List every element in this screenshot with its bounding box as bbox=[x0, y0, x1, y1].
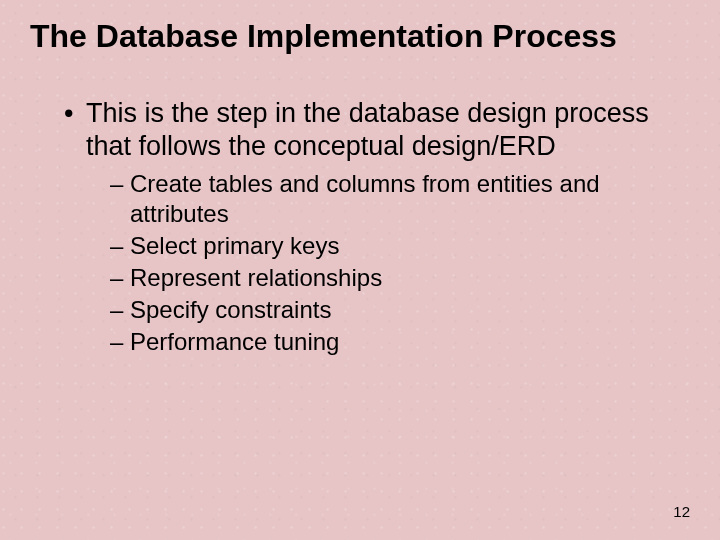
sub-bullet-text: Create tables and columns from entities … bbox=[130, 170, 600, 227]
sub-bullet: Specify constraints bbox=[110, 295, 690, 325]
sub-bullet: Performance tuning bbox=[110, 327, 690, 357]
slide-title: The Database Implementation Process bbox=[30, 18, 690, 55]
bullet-main: This is the step in the database design … bbox=[64, 97, 690, 357]
sub-bullet-text: Represent relationships bbox=[130, 264, 382, 291]
bullet-main-text: This is the step in the database design … bbox=[86, 98, 649, 161]
slide: The Database Implementation Process This… bbox=[0, 0, 720, 540]
sub-bullet-text: Select primary keys bbox=[130, 232, 339, 259]
sub-bullet: Select primary keys bbox=[110, 231, 690, 261]
page-number: 12 bbox=[673, 503, 690, 520]
bullet-list-level1: This is the step in the database design … bbox=[30, 97, 690, 357]
sub-bullet-text: Specify constraints bbox=[130, 296, 331, 323]
bullet-list-level2: Create tables and columns from entities … bbox=[86, 169, 690, 357]
sub-bullet: Create tables and columns from entities … bbox=[110, 169, 690, 229]
sub-bullet-text: Performance tuning bbox=[130, 328, 339, 355]
sub-bullet: Represent relationships bbox=[110, 263, 690, 293]
